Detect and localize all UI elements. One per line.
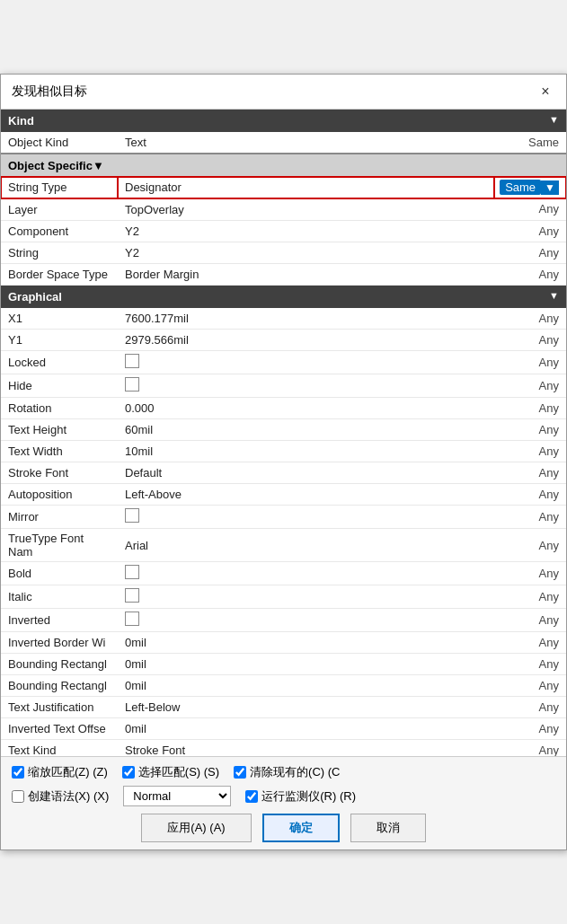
checkbox-cell[interactable] xyxy=(125,612,139,626)
row-match: Any xyxy=(494,740,566,757)
row-value xyxy=(118,609,494,632)
row-match: Any xyxy=(494,419,566,441)
table-row: Text JustificationLeft-BelowAny xyxy=(1,697,566,718)
row-value xyxy=(118,506,494,529)
table-row: Inverted Border Wi0milAny xyxy=(1,632,566,654)
checkbox-cell[interactable] xyxy=(125,508,139,523)
row-match: Any xyxy=(494,654,566,675)
table-row: Rotation0.000Any xyxy=(1,398,566,419)
table-row: MirrorAny xyxy=(1,506,566,529)
checkbox-syntax-input[interactable] xyxy=(12,790,24,803)
checkbox-monitor[interactable]: 运行监测仪(R) (R) xyxy=(245,788,356,805)
checkbox-clear-label: 清除现有的(C) (C xyxy=(250,764,340,780)
cancel-button[interactable]: 取消 xyxy=(350,814,426,842)
row-label: TrueType Font Nam xyxy=(1,529,118,562)
match-same-label: Same xyxy=(500,180,541,195)
button-row: 应用(A) (A) 确定 取消 xyxy=(12,814,555,842)
table-row: TrueType Font NamArialAny xyxy=(1,529,566,562)
row-value: 0mil xyxy=(118,718,494,740)
row-label: Layer xyxy=(1,198,118,220)
close-button[interactable]: × xyxy=(536,82,555,101)
row-value: 0mil xyxy=(118,654,494,675)
collapse-icon-graphical[interactable]: ▼ xyxy=(549,290,559,301)
collapse-icon-kind[interactable]: ▼ xyxy=(549,114,559,125)
table-container: Kind▼Object KindTextSameObject Specific▼… xyxy=(1,110,566,756)
checkbox-select-label: 选择匹配(S) (S) xyxy=(138,764,219,780)
table-row: StringY2Any xyxy=(1,242,566,263)
dialog: 发现相似目标 × Kind▼Object KindTextSameObject … xyxy=(0,74,567,850)
row-match: Any xyxy=(494,675,566,697)
table-row: Stroke FontDefaultAny xyxy=(1,462,566,484)
row-value: Default xyxy=(118,462,494,484)
row-match[interactable]: Same▼ xyxy=(494,177,566,198)
row-value: Y2 xyxy=(118,220,494,242)
checkbox-monitor-label: 运行监测仪(R) (R) xyxy=(261,788,356,805)
table-row: LockedAny xyxy=(1,351,566,374)
row-label: Rotation xyxy=(1,398,118,419)
row-match: Any xyxy=(494,585,566,609)
checkbox-cell[interactable] xyxy=(125,588,139,603)
row-label: String xyxy=(1,242,118,263)
checkbox-select-input[interactable] xyxy=(122,766,135,779)
table-row: Bounding Rectangl0milAny xyxy=(1,654,566,675)
row-label: Italic xyxy=(1,585,118,609)
row-label: Inverted Text Offse xyxy=(1,718,118,740)
collapse-icon-object_specific[interactable]: ▼ xyxy=(93,159,104,172)
row-match: Any xyxy=(494,330,566,351)
row-label: Bounding Rectangl xyxy=(1,654,118,675)
row-value: Stroke Font xyxy=(118,740,494,757)
row-match: Any xyxy=(494,529,566,562)
checkbox-monitor-input[interactable] xyxy=(245,790,258,803)
row-label: Text Width xyxy=(1,441,118,462)
checkbox-clear-input[interactable] xyxy=(234,766,246,779)
row-value: 2979.566mil xyxy=(118,330,494,351)
row-label: Y1 xyxy=(1,330,118,351)
row-match: Any xyxy=(494,609,566,632)
confirm-button[interactable]: 确定 xyxy=(262,814,340,842)
table-row: Text Width10milAny xyxy=(1,441,566,462)
section-header-graphical: Graphical▼ xyxy=(1,285,566,308)
row-label: Mirror xyxy=(1,506,118,529)
row-value xyxy=(118,374,494,398)
row-value: Text xyxy=(118,132,494,154)
checkbox-clear[interactable]: 清除现有的(C) (C xyxy=(234,764,340,780)
table-row: InvertedAny xyxy=(1,609,566,632)
row-match: Any xyxy=(494,718,566,740)
checkbox-syntax[interactable]: 创建语法(X) (X) xyxy=(12,788,109,805)
row-value: Border Margin xyxy=(118,263,494,285)
row-label: Border Space Type xyxy=(1,263,118,285)
table-row: X17600.177milAny xyxy=(1,308,566,330)
checkbox-cell[interactable] xyxy=(125,565,139,579)
properties-table: Kind▼Object KindTextSameObject Specific▼… xyxy=(1,110,566,756)
row-value: 0mil xyxy=(118,632,494,654)
row-value: TopOverlay xyxy=(118,198,494,220)
checkbox-cell[interactable] xyxy=(125,354,139,368)
row-label: Bold xyxy=(1,562,118,585)
match-dropdown-button[interactable]: ▼ xyxy=(541,180,559,195)
apply-button[interactable]: 应用(A) (A) xyxy=(141,814,251,842)
row-match: Any xyxy=(494,562,566,585)
table-row: ComponentY2Any xyxy=(1,220,566,242)
row-label: Component xyxy=(1,220,118,242)
checkbox-zoom-input[interactable] xyxy=(12,766,24,779)
row-match: Any xyxy=(494,308,566,330)
checkbox-select[interactable]: 选择匹配(S) (S) xyxy=(122,764,219,780)
checkbox-zoom-label: 缩放匹配(Z) (Z) xyxy=(28,764,108,780)
table-row: BoldAny xyxy=(1,562,566,585)
table-row: Text Height60milAny xyxy=(1,419,566,441)
row-match: Any xyxy=(494,506,566,529)
table-row: Object KindTextSame xyxy=(1,132,566,154)
row-label: Stroke Font xyxy=(1,462,118,484)
row-value: 60mil xyxy=(118,419,494,441)
row-label: Bounding Rectangl xyxy=(1,675,118,697)
checkbox-syntax-label: 创建语法(X) (X) xyxy=(28,788,109,805)
row-match: Any xyxy=(494,198,566,220)
row-value: Y2 xyxy=(118,242,494,263)
row-value: 10mil xyxy=(118,441,494,462)
row-label: Text Justification xyxy=(1,697,118,718)
row-value: Left-Below xyxy=(118,697,494,718)
bottom-panel: 缩放匹配(Z) (Z) 选择匹配(S) (S) 清除现有的(C) (C 创建语法… xyxy=(1,756,566,849)
checkbox-zoom[interactable]: 缩放匹配(Z) (Z) xyxy=(12,764,108,780)
checkbox-cell[interactable] xyxy=(125,377,139,392)
normal-select[interactable]: Normal Loose Strict xyxy=(123,786,231,806)
